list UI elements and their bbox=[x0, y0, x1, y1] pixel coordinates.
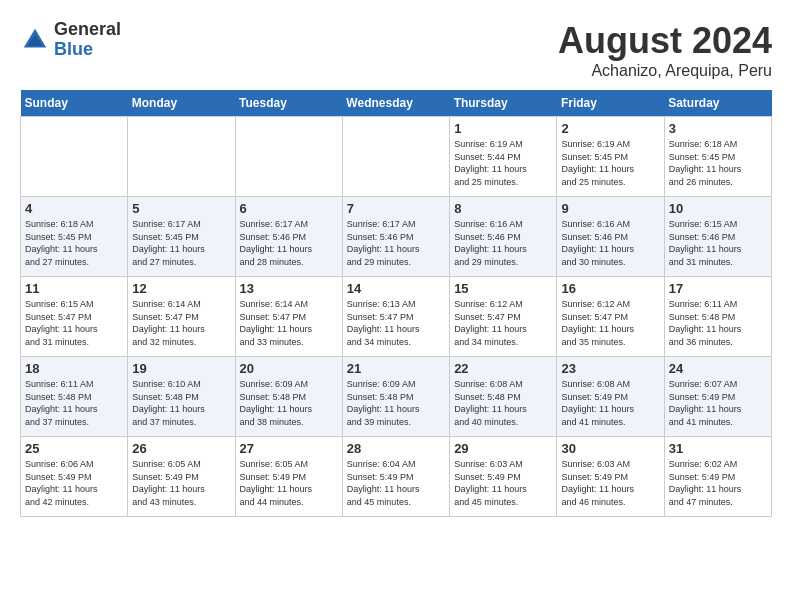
day-info: Sunrise: 6:18 AM Sunset: 5:45 PM Dayligh… bbox=[25, 218, 123, 268]
day-number: 16 bbox=[561, 281, 659, 296]
day-number: 18 bbox=[25, 361, 123, 376]
day-info: Sunrise: 6:04 AM Sunset: 5:49 PM Dayligh… bbox=[347, 458, 445, 508]
weekday-header-wednesday: Wednesday bbox=[342, 90, 449, 117]
calendar-week-row: 25Sunrise: 6:06 AM Sunset: 5:49 PM Dayli… bbox=[21, 437, 772, 517]
day-number: 31 bbox=[669, 441, 767, 456]
day-info: Sunrise: 6:17 AM Sunset: 5:46 PM Dayligh… bbox=[347, 218, 445, 268]
calendar-day-cell: 29Sunrise: 6:03 AM Sunset: 5:49 PM Dayli… bbox=[450, 437, 557, 517]
day-info: Sunrise: 6:05 AM Sunset: 5:49 PM Dayligh… bbox=[132, 458, 230, 508]
day-number: 8 bbox=[454, 201, 552, 216]
calendar-day-cell: 28Sunrise: 6:04 AM Sunset: 5:49 PM Dayli… bbox=[342, 437, 449, 517]
day-number: 29 bbox=[454, 441, 552, 456]
calendar-day-cell: 11Sunrise: 6:15 AM Sunset: 5:47 PM Dayli… bbox=[21, 277, 128, 357]
page-header: General Blue August 2024 Achanizo, Arequ… bbox=[20, 20, 772, 80]
calendar-table: SundayMondayTuesdayWednesdayThursdayFrid… bbox=[20, 90, 772, 517]
calendar-day-cell: 10Sunrise: 6:15 AM Sunset: 5:46 PM Dayli… bbox=[664, 197, 771, 277]
day-number: 1 bbox=[454, 121, 552, 136]
weekday-header-monday: Monday bbox=[128, 90, 235, 117]
day-number: 11 bbox=[25, 281, 123, 296]
calendar-day-cell: 7Sunrise: 6:17 AM Sunset: 5:46 PM Daylig… bbox=[342, 197, 449, 277]
day-number: 2 bbox=[561, 121, 659, 136]
day-number: 25 bbox=[25, 441, 123, 456]
weekday-header-friday: Friday bbox=[557, 90, 664, 117]
day-info: Sunrise: 6:07 AM Sunset: 5:49 PM Dayligh… bbox=[669, 378, 767, 428]
weekday-header-tuesday: Tuesday bbox=[235, 90, 342, 117]
day-info: Sunrise: 6:17 AM Sunset: 5:45 PM Dayligh… bbox=[132, 218, 230, 268]
day-number: 9 bbox=[561, 201, 659, 216]
calendar-day-cell: 5Sunrise: 6:17 AM Sunset: 5:45 PM Daylig… bbox=[128, 197, 235, 277]
calendar-day-cell: 21Sunrise: 6:09 AM Sunset: 5:48 PM Dayli… bbox=[342, 357, 449, 437]
day-info: Sunrise: 6:03 AM Sunset: 5:49 PM Dayligh… bbox=[454, 458, 552, 508]
logo: General Blue bbox=[20, 20, 121, 60]
logo-icon bbox=[20, 25, 50, 55]
day-number: 14 bbox=[347, 281, 445, 296]
calendar-day-cell: 27Sunrise: 6:05 AM Sunset: 5:49 PM Dayli… bbox=[235, 437, 342, 517]
day-info: Sunrise: 6:08 AM Sunset: 5:48 PM Dayligh… bbox=[454, 378, 552, 428]
day-number: 28 bbox=[347, 441, 445, 456]
logo-general: General bbox=[54, 20, 121, 40]
day-info: Sunrise: 6:10 AM Sunset: 5:48 PM Dayligh… bbox=[132, 378, 230, 428]
day-info: Sunrise: 6:16 AM Sunset: 5:46 PM Dayligh… bbox=[561, 218, 659, 268]
day-number: 27 bbox=[240, 441, 338, 456]
calendar-day-cell: 8Sunrise: 6:16 AM Sunset: 5:46 PM Daylig… bbox=[450, 197, 557, 277]
day-number: 4 bbox=[25, 201, 123, 216]
day-number: 17 bbox=[669, 281, 767, 296]
calendar-day-cell bbox=[342, 117, 449, 197]
day-info: Sunrise: 6:12 AM Sunset: 5:47 PM Dayligh… bbox=[561, 298, 659, 348]
calendar-day-cell: 22Sunrise: 6:08 AM Sunset: 5:48 PM Dayli… bbox=[450, 357, 557, 437]
day-number: 3 bbox=[669, 121, 767, 136]
day-number: 10 bbox=[669, 201, 767, 216]
day-info: Sunrise: 6:14 AM Sunset: 5:47 PM Dayligh… bbox=[240, 298, 338, 348]
weekday-header-saturday: Saturday bbox=[664, 90, 771, 117]
day-number: 12 bbox=[132, 281, 230, 296]
day-info: Sunrise: 6:02 AM Sunset: 5:49 PM Dayligh… bbox=[669, 458, 767, 508]
day-info: Sunrise: 6:14 AM Sunset: 5:47 PM Dayligh… bbox=[132, 298, 230, 348]
day-number: 22 bbox=[454, 361, 552, 376]
day-number: 21 bbox=[347, 361, 445, 376]
calendar-day-cell: 23Sunrise: 6:08 AM Sunset: 5:49 PM Dayli… bbox=[557, 357, 664, 437]
calendar-day-cell bbox=[128, 117, 235, 197]
day-number: 13 bbox=[240, 281, 338, 296]
day-number: 6 bbox=[240, 201, 338, 216]
day-info: Sunrise: 6:16 AM Sunset: 5:46 PM Dayligh… bbox=[454, 218, 552, 268]
calendar-day-cell: 24Sunrise: 6:07 AM Sunset: 5:49 PM Dayli… bbox=[664, 357, 771, 437]
day-info: Sunrise: 6:13 AM Sunset: 5:47 PM Dayligh… bbox=[347, 298, 445, 348]
day-info: Sunrise: 6:11 AM Sunset: 5:48 PM Dayligh… bbox=[25, 378, 123, 428]
weekday-header-row: SundayMondayTuesdayWednesdayThursdayFrid… bbox=[21, 90, 772, 117]
day-info: Sunrise: 6:05 AM Sunset: 5:49 PM Dayligh… bbox=[240, 458, 338, 508]
day-info: Sunrise: 6:15 AM Sunset: 5:47 PM Dayligh… bbox=[25, 298, 123, 348]
day-info: Sunrise: 6:12 AM Sunset: 5:47 PM Dayligh… bbox=[454, 298, 552, 348]
day-info: Sunrise: 6:06 AM Sunset: 5:49 PM Dayligh… bbox=[25, 458, 123, 508]
calendar-day-cell: 13Sunrise: 6:14 AM Sunset: 5:47 PM Dayli… bbox=[235, 277, 342, 357]
calendar-day-cell: 31Sunrise: 6:02 AM Sunset: 5:49 PM Dayli… bbox=[664, 437, 771, 517]
calendar-day-cell: 17Sunrise: 6:11 AM Sunset: 5:48 PM Dayli… bbox=[664, 277, 771, 357]
calendar-day-cell bbox=[235, 117, 342, 197]
calendar-day-cell: 4Sunrise: 6:18 AM Sunset: 5:45 PM Daylig… bbox=[21, 197, 128, 277]
day-info: Sunrise: 6:19 AM Sunset: 5:45 PM Dayligh… bbox=[561, 138, 659, 188]
calendar-day-cell: 9Sunrise: 6:16 AM Sunset: 5:46 PM Daylig… bbox=[557, 197, 664, 277]
calendar-day-cell: 15Sunrise: 6:12 AM Sunset: 5:47 PM Dayli… bbox=[450, 277, 557, 357]
calendar-day-cell: 18Sunrise: 6:11 AM Sunset: 5:48 PM Dayli… bbox=[21, 357, 128, 437]
calendar-day-cell: 14Sunrise: 6:13 AM Sunset: 5:47 PM Dayli… bbox=[342, 277, 449, 357]
calendar-day-cell: 3Sunrise: 6:18 AM Sunset: 5:45 PM Daylig… bbox=[664, 117, 771, 197]
weekday-header-sunday: Sunday bbox=[21, 90, 128, 117]
day-info: Sunrise: 6:19 AM Sunset: 5:44 PM Dayligh… bbox=[454, 138, 552, 188]
day-info: Sunrise: 6:15 AM Sunset: 5:46 PM Dayligh… bbox=[669, 218, 767, 268]
calendar-day-cell: 2Sunrise: 6:19 AM Sunset: 5:45 PM Daylig… bbox=[557, 117, 664, 197]
day-info: Sunrise: 6:08 AM Sunset: 5:49 PM Dayligh… bbox=[561, 378, 659, 428]
day-info: Sunrise: 6:09 AM Sunset: 5:48 PM Dayligh… bbox=[240, 378, 338, 428]
day-number: 23 bbox=[561, 361, 659, 376]
calendar-day-cell: 16Sunrise: 6:12 AM Sunset: 5:47 PM Dayli… bbox=[557, 277, 664, 357]
day-info: Sunrise: 6:03 AM Sunset: 5:49 PM Dayligh… bbox=[561, 458, 659, 508]
day-number: 26 bbox=[132, 441, 230, 456]
calendar-day-cell: 19Sunrise: 6:10 AM Sunset: 5:48 PM Dayli… bbox=[128, 357, 235, 437]
calendar-day-cell: 26Sunrise: 6:05 AM Sunset: 5:49 PM Dayli… bbox=[128, 437, 235, 517]
day-number: 5 bbox=[132, 201, 230, 216]
calendar-week-row: 11Sunrise: 6:15 AM Sunset: 5:47 PM Dayli… bbox=[21, 277, 772, 357]
location-title: Achanizo, Arequipa, Peru bbox=[558, 62, 772, 80]
month-title: August 2024 bbox=[558, 20, 772, 62]
day-info: Sunrise: 6:17 AM Sunset: 5:46 PM Dayligh… bbox=[240, 218, 338, 268]
title-area: August 2024 Achanizo, Arequipa, Peru bbox=[558, 20, 772, 80]
calendar-day-cell: 1Sunrise: 6:19 AM Sunset: 5:44 PM Daylig… bbox=[450, 117, 557, 197]
day-info: Sunrise: 6:09 AM Sunset: 5:48 PM Dayligh… bbox=[347, 378, 445, 428]
